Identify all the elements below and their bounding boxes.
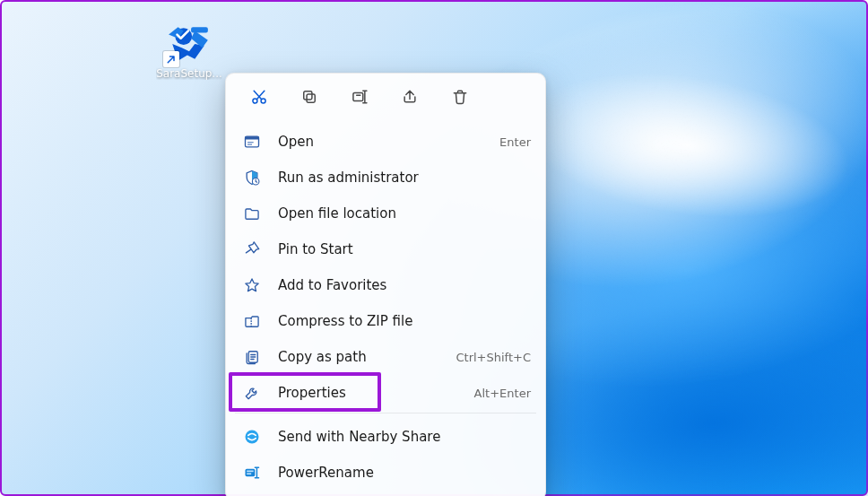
menu-item-properties[interactable]: PropertiesAlt+Enter [226, 375, 545, 411]
menu-item-shortcut: Alt+Enter [474, 387, 531, 400]
svg-rect-9 [247, 142, 254, 143]
menu-item-shortcut: Ctrl+Shift+C [456, 351, 531, 364]
menu-item-label: PowerRename [278, 465, 531, 481]
svg-rect-16 [247, 473, 251, 474]
menu-item-label: Open file location [278, 205, 531, 222]
open-icon [242, 132, 262, 152]
menu-item-open-file-location[interactable]: Open file location [226, 196, 545, 231]
folder-icon [242, 204, 262, 223]
menu-item-label: Send with Nearby Share [278, 429, 531, 445]
share-icon [401, 88, 419, 109]
cut-button[interactable] [244, 84, 274, 113]
delete-button[interactable] [445, 84, 475, 113]
shortcut-arrow-icon [163, 51, 179, 67]
pin-icon [242, 239, 262, 259]
menu-separator [235, 413, 536, 413]
copy-path-icon [242, 347, 262, 367]
wrench-icon [242, 383, 262, 403]
nearby-share-icon [242, 427, 262, 447]
copy-button[interactable] [294, 84, 325, 113]
menu-item-label: Add to Favorites [278, 277, 531, 293]
menu-item-label: Properties [278, 385, 474, 401]
menu-item-open[interactable]: OpenEnter [226, 124, 545, 160]
menu-item-label: Run as administrator [278, 170, 531, 186]
menu-item-label: Copy as path [278, 349, 456, 365]
cut-icon [250, 88, 268, 109]
rename-icon [351, 88, 369, 109]
menu-item-copy-as-path[interactable]: Copy as pathCtrl+Shift+C [226, 339, 545, 375]
shortcut-app-icon [167, 24, 212, 64]
menu-item-label: Open [278, 134, 499, 150]
rename-button[interactable] [344, 84, 375, 113]
menu-item-compress-to-zip-file[interactable]: Compress to ZIP file [226, 303, 545, 339]
shortcut-label: SaraSetup... [156, 67, 222, 80]
copy-icon [300, 88, 318, 109]
menu-item-pin-to-start[interactable]: Pin to Start [226, 231, 545, 267]
svg-rect-6 [353, 92, 363, 100]
svg-rect-1 [191, 27, 208, 32]
desktop[interactable]: SaraSetup... OpenEnterRun as administrat… [0, 0, 868, 496]
star-icon [242, 275, 262, 295]
context-menu-toolbar [226, 79, 545, 124]
svg-rect-10 [247, 144, 252, 145]
shield-icon [242, 168, 262, 187]
svg-point-13 [246, 431, 259, 444]
context-menu: OpenEnterRun as administratorOpen file l… [225, 73, 546, 496]
zip-icon [242, 311, 262, 331]
menu-item-add-to-favorites[interactable]: Add to Favorites [226, 267, 545, 303]
menu-item-label: Pin to Start [278, 241, 531, 257]
menu-item-run-as-administrator[interactable]: Run as administrator [226, 160, 545, 196]
svg-rect-4 [307, 94, 315, 102]
svg-rect-8 [246, 136, 259, 139]
menu-item-label: Compress to ZIP file [278, 313, 531, 329]
menu-item-powerrename[interactable]: PowerRename [226, 455, 545, 491]
menu-item-send-with-nearby-share[interactable]: Send with Nearby Share [226, 419, 545, 455]
share-button[interactable] [395, 84, 425, 113]
delete-icon [451, 88, 469, 109]
svg-rect-15 [247, 471, 254, 473]
svg-rect-5 [304, 91, 312, 100]
power-rename-icon [242, 463, 262, 483]
desktop-shortcut[interactable]: SaraSetup... [154, 24, 224, 80]
svg-rect-14 [246, 469, 256, 476]
menu-item-shortcut: Enter [499, 135, 531, 149]
